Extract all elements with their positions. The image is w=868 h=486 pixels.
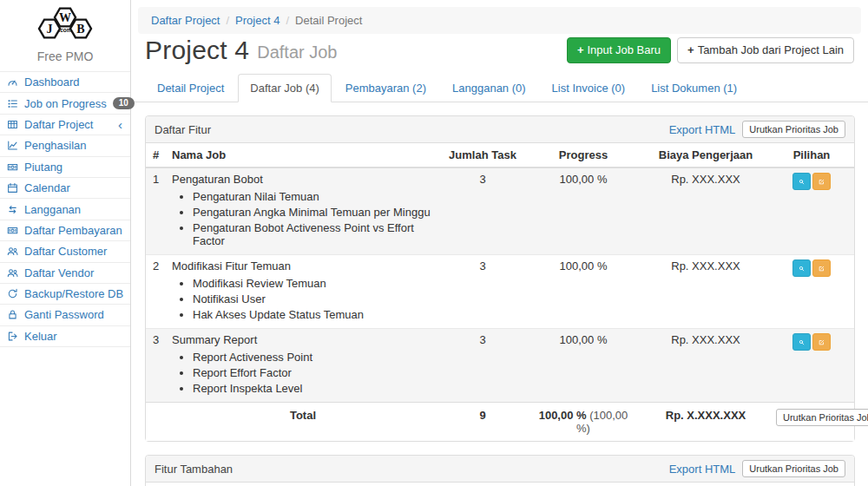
column-header-biaya-pengerjaan: Biaya Pengerjaan (642, 143, 769, 167)
urutkan-prioritas-job-button[interactable]: Urutkan Prioritas Job (742, 460, 845, 477)
job-name-cell: Summary ReportReport Activeness PointRep… (165, 329, 441, 403)
sidebar-item-daftar-customer[interactable]: Daftar Customer (0, 241, 130, 262)
svg-text:B: B (76, 23, 84, 36)
panel-heading-actions: Export HTMLUrutkan Prioritas Job (669, 121, 845, 138)
jobs-table: #Nama JobJumlah TaskProgressBiaya Penger… (146, 143, 854, 441)
sidebar-item-label: Daftar Pembayaran (24, 224, 122, 237)
tab-detail-project[interactable]: Detail Project (145, 74, 236, 102)
jumlah-task-cell: 3 (441, 167, 524, 255)
export-html-link[interactable]: Export HTML (669, 463, 736, 476)
pilihan-cell (769, 167, 854, 255)
pilihan-cell (769, 255, 854, 329)
tab-pembayaran-2[interactable]: Pembayaran (2) (333, 74, 438, 102)
count-badge: 10 (113, 97, 135, 109)
sidebar-item-daftar-project[interactable]: Daftar Project‹ (0, 115, 130, 135)
search-icon (799, 264, 805, 273)
panel-fitur-tambahan: Fitur TambahanExport HTMLUrutkan Priorit… (145, 455, 855, 486)
users-icon (6, 267, 18, 279)
tab-list-invoice-0[interactable]: List Invoice (0) (540, 74, 638, 102)
job-subitem: Report Inspekta Level (193, 382, 434, 395)
search-icon (799, 338, 805, 347)
panel-title: Daftar Fitur (155, 123, 211, 136)
panels-container: Daftar FiturExport HTMLUrutkan Prioritas… (131, 115, 868, 486)
calendar-icon (6, 182, 18, 194)
row-number: 1 (146, 167, 165, 255)
sidebar-item-ganti-password[interactable]: Ganti Password (0, 305, 130, 325)
row-number: 2 (146, 255, 165, 329)
sidebar-item-calendar[interactable]: Calendar (0, 178, 130, 199)
breadcrumb-item-daftar-project[interactable]: Daftar Project (151, 14, 220, 27)
sidebar-item-label: Daftar Vendor (24, 266, 94, 279)
input-job-baru-button[interactable]: +Input Job Baru (567, 37, 671, 63)
edit-icon (819, 338, 825, 347)
sidebar-item-backup-restore-db[interactable]: Backup/Restore DB (0, 284, 130, 305)
sidebar: JWB.com Free PMO DashboardJob on Progres… (0, 0, 131, 486)
plus-icon: + (577, 43, 584, 56)
row-number: 3 (146, 329, 165, 403)
tab-list-dokumen-1[interactable]: List Dokumen (1) (639, 74, 749, 102)
tab-langganan-0[interactable]: Langganan (0) (440, 74, 538, 102)
list-icon (6, 98, 18, 109)
logo-area: JWB.com Free PMO (0, 0, 130, 63)
pilihan-cell (769, 329, 854, 403)
sidebar-item-langganan[interactable]: Langganan (0, 199, 130, 220)
panel-title: Fitur Tambahan (155, 463, 233, 476)
sidebar-item-piutang[interactable]: Piutang (0, 157, 130, 178)
job-subitems: Report Activeness PointReport Effort Fac… (181, 351, 434, 395)
sidebar-item-label: Langganan (24, 203, 81, 216)
search-icon (799, 177, 805, 187)
jobs-table: #Nama JobJumlah TaskProgressBiaya Penger… (146, 483, 854, 486)
job-subitem: Report Activeness Point (193, 351, 434, 364)
table-icon (6, 119, 18, 130)
breadcrumb-item-project-4[interactable]: Project 4 (235, 14, 279, 27)
plus-icon: + (687, 43, 694, 56)
job-subitem: Report Effort Factor (193, 366, 434, 379)
sidebar-item-label: Keluar (24, 330, 57, 343)
panel-heading: Fitur TambahanExport HTMLUrutkan Priorit… (146, 456, 854, 483)
table-header-row: #Nama JobJumlah TaskProgressBiaya Penger… (146, 483, 854, 486)
sidebar-item-daftar-pembayaran[interactable]: Daftar Pembayaran (0, 220, 130, 241)
export-html-link[interactable]: Export HTML (669, 123, 736, 136)
urutkan-prioritas-job-button[interactable]: Urutkan Prioritas Job (776, 409, 868, 426)
column-header-progress: Progress (524, 143, 642, 167)
jwb-logo-icon: JWB.com (23, 5, 107, 43)
job-subitem: Pengaturan Nilai Temuan (193, 190, 434, 203)
search-button[interactable] (792, 259, 811, 277)
svg-text:.com: .com (58, 27, 71, 33)
edit-button[interactable] (812, 173, 831, 190)
job-name: Summary Report (172, 333, 434, 346)
header-buttons: +Input Job Baru +Tambah Job dari Project… (567, 37, 854, 63)
sidebar-item-daftar-vendor[interactable]: Daftar Vendor (0, 263, 130, 284)
sidebar-item-label: Daftar Project (24, 118, 93, 131)
tab-daftar-job-4[interactable]: Daftar Job (4) (238, 74, 331, 102)
money-icon (6, 225, 18, 236)
app-name: Free PMO (0, 49, 130, 63)
search-button[interactable] (792, 333, 811, 351)
sidebar-item-label: Piutang (24, 161, 62, 174)
job-name-cell: Modifikasi Fitur TemuanModifikasi Review… (165, 255, 441, 329)
tambah-job-dari-project-lain-button[interactable]: +Tambah Job dari Project Lain (677, 37, 854, 63)
refresh-icon (6, 288, 18, 299)
edit-button[interactable] (812, 333, 831, 351)
edit-button[interactable] (812, 259, 831, 277)
biaya-cell: Rp. XXX.XXX (642, 167, 769, 255)
urutkan-prioritas-job-button[interactable]: Urutkan Prioritas Job (742, 121, 845, 138)
sidebar-item-label: Job on Progress (24, 97, 107, 110)
sidebar-item-job-on-progress[interactable]: Job on Progress10 (0, 93, 130, 114)
job-subitem: Notifikasi User (193, 292, 434, 305)
sidebar-item-keluar[interactable]: Keluar (0, 326, 130, 347)
progress-cell: 100,00 % (524, 167, 642, 255)
sidebar-item-label: Backup/Restore DB (24, 287, 123, 300)
dashboard-icon (6, 76, 18, 88)
table-header-row: #Nama JobJumlah TaskProgressBiaya Penger… (146, 143, 854, 167)
job-name: Pengaturan Bobot (172, 173, 434, 186)
column-header-: # (146, 143, 165, 167)
progress-cell: 100,00 % (524, 329, 642, 403)
search-button[interactable] (792, 173, 811, 190)
sidebar-item-dashboard[interactable]: Dashboard (0, 72, 130, 93)
sidebar-item-penghasilan[interactable]: Penghasilan (0, 135, 130, 156)
jumlah-task-cell: 3 (441, 255, 524, 329)
signout-icon (6, 331, 18, 342)
retweet-icon (6, 204, 18, 215)
table-row: 2Modifikasi Fitur TemuanModifikasi Revie… (146, 255, 854, 329)
